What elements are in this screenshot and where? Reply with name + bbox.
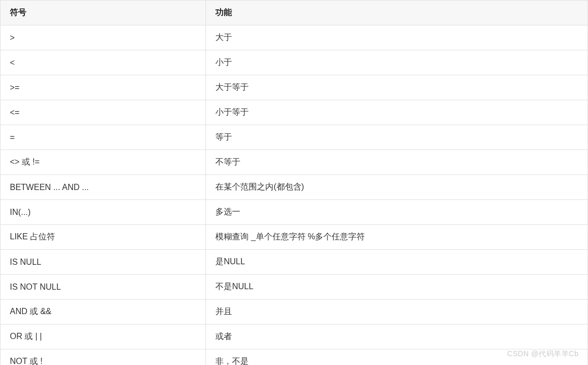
cell-symbol: IS NULL <box>1 250 206 275</box>
cell-function: 不等于 <box>206 150 588 175</box>
cell-symbol: BETWEEN ... AND ... <box>1 175 206 200</box>
table-row: >= 大于等于 <box>1 75 588 100</box>
table-body: > 大于 < 小于 >= 大于等于 <= 小于等于 = 等于 <> 或 != 不… <box>1 25 588 366</box>
cell-symbol: AND 或 && <box>1 300 206 325</box>
table-row: BETWEEN ... AND ... 在某个范围之内(都包含) <box>1 175 588 200</box>
cell-symbol: IN(...) <box>1 200 206 225</box>
cell-function: 不是NULL <box>206 275 588 300</box>
cell-function: 是NULL <box>206 250 588 275</box>
table-row: OR 或 | | 或者 <box>1 325 588 349</box>
table-row: NOT 或 ! 非，不是 <box>1 349 588 366</box>
cell-symbol: IS NOT NULL <box>1 275 206 300</box>
cell-symbol: = <box>1 125 206 150</box>
cell-symbol: OR 或 | | <box>1 325 206 349</box>
cell-function: 多选一 <box>206 200 588 225</box>
cell-function: 大于等于 <box>206 75 588 100</box>
cell-function: 等于 <box>206 125 588 150</box>
cell-function: 小于等于 <box>206 100 588 125</box>
cell-function: 模糊查询 _单个任意字符 %多个任意字符 <box>206 225 588 250</box>
table-header-row: 符号 功能 <box>1 1 588 25</box>
table-row: IS NULL 是NULL <box>1 250 588 275</box>
cell-symbol: > <box>1 25 206 50</box>
cell-function: 小于 <box>206 50 588 75</box>
table-row: <= 小于等于 <box>1 100 588 125</box>
cell-symbol: <= <box>1 100 206 125</box>
cell-symbol: <> 或 != <box>1 150 206 175</box>
table-row: <> 或 != 不等于 <box>1 150 588 175</box>
cell-symbol: LIKE 占位符 <box>1 225 206 250</box>
cell-symbol: >= <box>1 75 206 100</box>
table-row: > 大于 <box>1 25 588 50</box>
table-row: IS NOT NULL 不是NULL <box>1 275 588 300</box>
watermark-text: CSDN @代码羊羊Cb <box>507 349 579 359</box>
table-row: < 小于 <box>1 50 588 75</box>
table-row: = 等于 <box>1 125 588 150</box>
cell-function: 在某个范围之内(都包含) <box>206 175 588 200</box>
header-symbol: 符号 <box>1 1 206 25</box>
cell-symbol: NOT 或 ! <box>1 349 206 366</box>
operators-table: 符号 功能 > 大于 < 小于 >= 大于等于 <= 小于等于 = 等于 <> … <box>0 0 588 365</box>
table-row: LIKE 占位符 模糊查询 _单个任意字符 %多个任意字符 <box>1 225 588 250</box>
table-row: IN(...) 多选一 <box>1 200 588 225</box>
cell-symbol: < <box>1 50 206 75</box>
header-function: 功能 <box>206 1 588 25</box>
cell-function: 或者 <box>206 325 588 349</box>
cell-function: 并且 <box>206 300 588 325</box>
cell-function: 大于 <box>206 25 588 50</box>
table-row: AND 或 && 并且 <box>1 300 588 325</box>
